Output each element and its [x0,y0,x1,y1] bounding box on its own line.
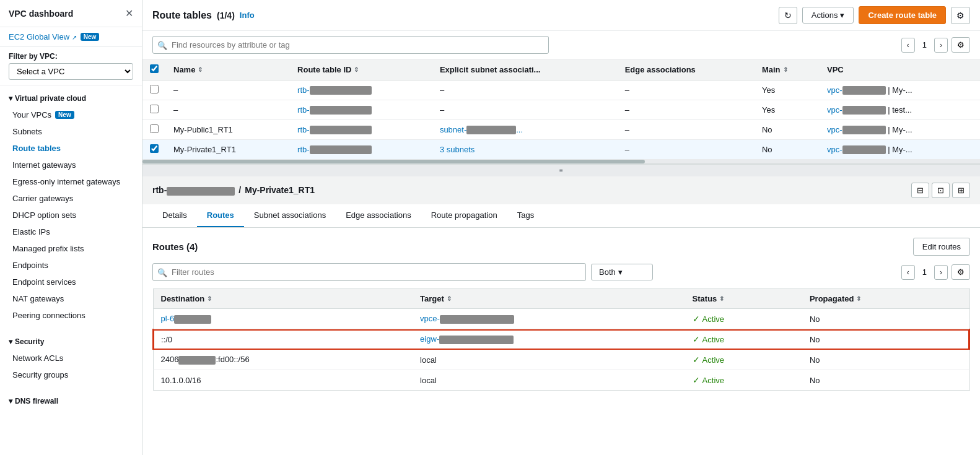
check-circle-icon: ✓ [693,314,700,324]
row1-checkbox[interactable] [150,85,159,93]
routes-content: Routes (4) Edit routes 🔍 Both ▾ [142,228,980,455]
create-route-table-button[interactable]: Create route table [859,6,946,24]
table-settings-button[interactable]: ⚙ [952,37,970,53]
view-panel-button[interactable]: ⊡ [932,183,950,198]
select-all-checkbox[interactable] [150,64,159,73]
check-circle-icon-4: ✓ [693,375,700,385]
col-header-edge-assoc: Edge associations [618,59,755,80]
row4-vpc: vpc- | My-... [820,140,980,160]
row3-vpc: vpc- | My-... [820,120,980,140]
check-circle-icon-3: ✓ [693,355,700,365]
row1-vpc: vpc- | My-... [820,80,980,100]
sidebar-item-nat-gateways[interactable]: NAT gateways [0,290,142,307]
actions-button[interactable]: Actions ▾ [802,7,854,24]
route-tables-title: Route tables [152,10,212,21]
tab-tags[interactable]: Tags [507,204,544,227]
routes-prev-page-button[interactable]: ‹ [901,265,915,280]
sidebar-item-managed-prefix[interactable]: Managed prefix lists [0,240,142,257]
sidebar-section-vpc-title[interactable]: ▾ Virtual private cloud [0,90,142,106]
row2-rtid: rtb- [290,100,432,120]
route-row1-target: vpce- [413,309,685,329]
row3-main: No [755,120,820,140]
vpc-filter-select[interactable]: Select a VPC [9,63,133,80]
routes-pagination: ‹ 1 › ⚙ [901,264,970,280]
sidebar-item-your-vpcs[interactable]: Your VPCs New [0,106,142,123]
sidebar-item-subnets[interactable]: Subnets [0,123,142,140]
resize-handle[interactable]: ≡ [142,165,980,176]
tab-edge-associations[interactable]: Edge associations [336,204,421,227]
sidebar-item-endpoint-services[interactable]: Endpoint services [0,274,142,290]
search-bar: 🔍 ‹ 1 › ⚙ [142,31,980,59]
route-tables-section: Route tables (1/4) Info ↻ Actions ▾ Crea… [142,0,980,165]
sidebar-item-route-tables[interactable]: Route tables [0,140,142,157]
detail-rtb-id: rtb- [152,185,235,195]
route-tables-table: Name ⇕ Route table ID ⇕ Explicit subnet … [142,59,980,160]
sidebar-title: VPC dashboard [9,9,73,19]
row2-name: – [166,100,290,120]
sidebar-item-internet-gateways[interactable]: Internet gateways [0,157,142,173]
detail-header: rtb- / My-Private1_RT1 ⊟ ⊡ ⊞ [142,176,980,204]
sort-icon-dest: ⇕ [207,295,212,302]
route-row3-propagated: No [802,350,969,370]
tab-routes[interactable]: Routes [197,204,244,227]
table-row[interactable]: My-Private1_RT1 rtb- 3 subnets – No vpc-… [142,140,980,160]
routes-filter-input[interactable] [152,263,586,281]
tab-details[interactable]: Details [152,204,197,227]
sort-icon-prop: ⇕ [856,295,861,302]
tab-subnet-associations[interactable]: Subnet associations [244,204,336,227]
row4-edge: – [618,140,755,160]
sidebar-item-security-groups[interactable]: Security groups [0,366,142,383]
routes-search-icon: 🔍 [157,267,167,277]
info-link[interactable]: Info [240,11,255,20]
edit-routes-button[interactable]: Edit routes [913,238,970,256]
row2-checkbox[interactable] [150,105,159,113]
tabs-bar: Details Routes Subnet associations Edge … [142,204,980,228]
row1-subnet: – [432,80,618,100]
refresh-button[interactable]: ↻ [779,7,797,24]
table-row[interactable]: My-Public1_RT1 rtb- subnet-... – No vpc-… [142,120,980,140]
table-row[interactable]: – rtb- – – Yes vpc- | test... [142,100,980,120]
sidebar-ec2-row: EC2 Global View ↗ New [0,27,142,47]
row4-main: No [755,140,820,160]
route-row1-propagated: No [802,309,969,329]
row3-name: My-Public1_RT1 [166,120,290,140]
chevron-down-icon-both: ▾ [618,267,623,277]
table-row[interactable]: – rtb- – – Yes vpc- | My-... [142,80,980,100]
next-page-button[interactable]: › [934,38,948,53]
routes-title: Routes (4) [152,241,198,252]
gear-icon-settings: ⚙ [956,11,965,20]
sidebar-item-egress-only[interactable]: Egress-only internet gateways [0,173,142,190]
sidebar-item-elastic-ips[interactable]: Elastic IPs [0,223,142,240]
view-full-button[interactable]: ⊞ [952,183,970,198]
sidebar-item-carrier-gateways[interactable]: Carrier gateways [0,190,142,207]
view-full-icon: ⊞ [958,186,965,195]
routes-table-row[interactable]: 10.1.0.0/16 local ✓ Active No [153,370,969,391]
routes-table-row[interactable]: ::/0 eigw- ✓ Active No [153,329,969,350]
routes-table-row[interactable]: 2406:fd00::/56 local ✓ Active No [153,350,969,370]
sidebar-item-dhcp-option-sets[interactable]: DHCP option sets [0,207,142,223]
ec2-global-view-link[interactable]: EC2 Global View ↗ [9,32,77,41]
row4-checkbox[interactable] [150,144,159,153]
sidebar-section-security-title[interactable]: ▾ Security [0,334,142,350]
sidebar-item-network-acls[interactable]: Network ACLs [0,350,142,366]
tab-route-propagation[interactable]: Route propagation [421,204,507,227]
settings-button[interactable]: ⚙ [951,7,970,24]
sidebar-dns-firewall-section: ▾ DNS firewall [0,388,142,414]
sidebar-close-button[interactable]: ✕ [125,7,133,19]
search-input[interactable] [152,36,549,54]
routes-settings-button[interactable]: ⚙ [952,264,970,280]
row4-rtid: rtb- [290,140,432,160]
route-row2-status: ✓ Active [685,329,802,350]
sidebar-item-endpoints[interactable]: Endpoints [0,257,142,274]
routes-table-row[interactable]: pl-6 vpce- ✓ Active No [153,309,969,329]
routes-next-page-button[interactable]: › [934,265,948,280]
sidebar-section-dns-title[interactable]: ▾ DNS firewall [0,393,142,409]
route-row1-status: ✓ Active [685,309,802,329]
row3-checkbox[interactable] [150,124,159,133]
sidebar-item-peering-connections[interactable]: Peering connections [0,307,142,324]
both-select[interactable]: Both ▾ [591,264,653,280]
select-all-header [142,59,166,80]
view-split-button[interactable]: ⊟ [911,183,929,198]
row1-name: – [166,80,290,100]
prev-page-button[interactable]: ‹ [901,38,915,53]
